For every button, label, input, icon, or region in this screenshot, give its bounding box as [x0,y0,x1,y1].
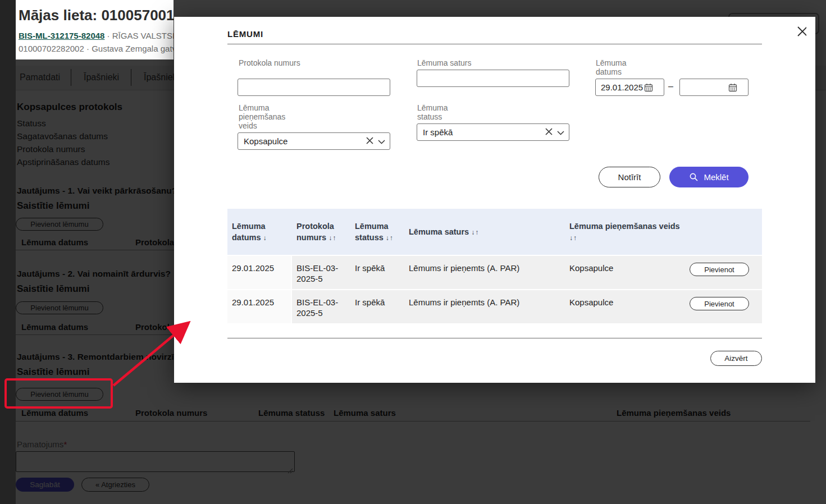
case-number-link[interactable]: BIS-ML-312175-82048 [19,31,104,40]
calendar-icon[interactable] [644,83,653,92]
column-header-statuss[interactable]: Lēmuma statuss ↓↑ [350,216,404,248]
lemuma-datums-label: Lēmuma datums [596,58,641,76]
column-header-label: Lēmuma pieņemšanas veids [569,222,680,231]
lemuma-saturs-label: Lēmuma saturs [417,58,530,67]
cell-statuss: Ir spēkā [350,290,404,323]
column-header-datums[interactable]: Lēmuma datums ↓ [227,216,292,248]
veids-label: Lēmuma pieņemšanas veids [239,103,300,130]
cell-numurs: BIS-EL-03-2025-5 [292,256,350,289]
date-range-dash: – [668,81,673,91]
sort-arrows-icon[interactable]: ↓↑ [471,228,479,236]
protokola-numurs-label: Protokola numurs [239,58,306,67]
cadastre-number: 01000702282002 [19,44,84,53]
address-line: 01000702282002 · Gustava Zemgala gatve [19,44,174,53]
veids-select[interactable]: Kopsapulce [238,132,390,150]
modal-title: LĒMUMI [227,29,263,39]
annotation-highlight-box [4,378,113,409]
cell-datums: 29.01.2025 [227,256,292,289]
search-button[interactable]: Meklēt [669,167,749,187]
cell-veids: Kopsapulce [565,290,685,323]
page-title: Mājas lieta: 01005700196 [19,7,174,24]
date-to-field [679,79,749,96]
date-from-field [595,79,664,96]
clear-button[interactable]: Notīrīt [599,167,660,187]
case-line: BIS-ML-312175-82048 · RĪGAS VALSTSP [19,31,174,40]
cell-statuss: Ir spēkā [350,256,404,289]
table-row: 29.01.2025 BIS-EL-03-2025-5 Ir spēkā Lēm… [227,256,762,289]
sort-arrows-icon[interactable]: ↓↑ [569,234,577,242]
lemuma-saturs-input[interactable] [417,70,569,87]
column-header-label: Lēmuma datums [232,222,266,242]
pievienot-button[interactable]: Pievienot [690,297,749,310]
chevron-down-icon[interactable] [378,136,385,146]
column-header-veids[interactable]: Lēmuma pieņemšanas veids ↓↑ [565,216,685,248]
clear-x-icon[interactable] [366,136,374,146]
sort-arrows-icon[interactable]: ↓↑ [386,234,394,242]
cell-numurs: BIS-EL-03-2025-5 [292,290,350,323]
protokola-numurs-input[interactable] [238,79,390,96]
column-header-label: Lēmuma saturs [409,227,469,236]
lemumi-modal: LĒMUMI Protokola numurs Lēmuma saturs Lē… [174,17,815,383]
clear-x-icon[interactable] [545,127,553,138]
date-to-input[interactable] [680,82,728,93]
search-button-label: Meklēt [704,172,728,182]
annotation-arrow [104,314,197,393]
pievienot-button[interactable]: Pievienot [690,263,749,276]
column-header-label: Lēmuma statuss [355,222,389,242]
column-header-numurs[interactable]: Protokola numurs ↓↑ [292,216,350,248]
chevron-down-icon[interactable] [557,127,564,137]
page-header: Mājas lieta: 01005700196 BIS-ML-312175-8… [16,0,174,59]
cell-datums: 29.01.2025 [227,290,292,323]
table-header-row: Lēmuma datums ↓ Protokola numurs ↓↑ Lēmu… [227,209,762,255]
statuss-label: Lēmuma statuss [417,103,468,121]
cell-veids: Kopsapulce [565,256,685,289]
column-header-actions [685,227,762,236]
organization-name: RĪGAS VALSTSP [112,31,174,40]
date-from-input[interactable] [596,82,644,93]
search-icon [689,172,699,182]
close-icon[interactable] [793,23,810,40]
cell-saturs: Lēmums ir pieņemts (A. PAR) [404,290,565,323]
decisions-table: Lēmuma datums ↓ Protokola numurs ↓↑ Lēmu… [227,209,762,323]
modal-title-rule [227,44,762,44]
statuss-selected-value: Ir spēkā [423,127,453,137]
cell-saturs: Lēmums ir pieņemts (A. PAR) [404,256,565,289]
statuss-select[interactable]: Ir spēkā [417,123,569,141]
address-text: Gustava Zemgala gatve [92,44,174,53]
sort-arrows-icon[interactable]: ↓↑ [328,234,336,242]
veids-selected-value: Kopsapulce [244,136,287,146]
table-row: 29.01.2025 BIS-EL-03-2025-5 Ir spēkā Lēm… [227,290,762,323]
sort-arrows-icon[interactable]: ↓ [263,234,267,242]
screen: Pamatdati Īpašnieki Īpašniek Kopsapulces… [0,0,826,504]
close-modal-button[interactable]: Aizvērt [710,351,762,366]
calendar-icon[interactable] [728,83,737,92]
column-header-saturs[interactable]: Lēmuma saturs ↓↑ [404,222,565,242]
dot-separator: · [107,31,110,40]
modal-footer-rule [227,338,762,338]
